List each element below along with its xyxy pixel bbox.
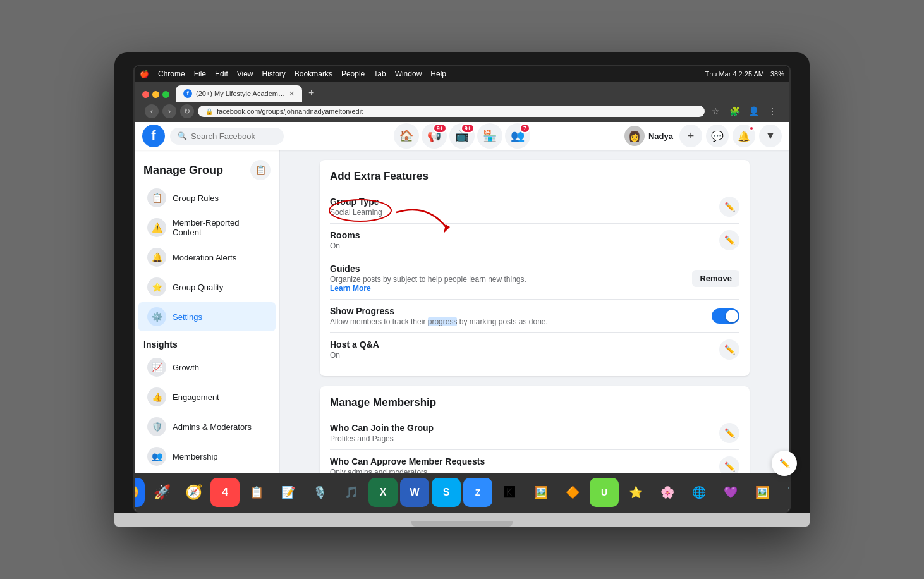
apple-menu[interactable]: 🍎 [140,70,149,78]
dock-unknown2[interactable]: 🔶 [558,478,587,507]
dock-word[interactable]: W [400,478,429,507]
profile-btn[interactable]: 👤 [746,104,760,118]
bookmark-btn[interactable]: ☆ [708,104,722,118]
avatar: 👩 [624,126,645,146]
notifications-btn[interactable]: 🔔 [733,125,755,147]
group-type-label: Group Type [330,197,719,207]
menu-tab[interactable]: Tab [374,70,386,78]
dock-photos[interactable]: 🖼️ [748,478,777,507]
menu-history[interactable]: History [262,70,286,78]
search-input[interactable] [191,131,276,141]
dock-trash[interactable]: 🗑️ [779,478,791,507]
app-name[interactable]: Chrome [158,70,185,78]
settings-icon: ⚙️ [147,307,166,326]
dock-k[interactable]: 🅺 [495,478,524,507]
member-reported-label: Member-Reported Content [173,218,267,237]
dock-safari[interactable]: 🧭 [179,478,208,507]
fb-search-bar[interactable]: 🔍 [170,128,284,145]
sidebar-item-membership[interactable]: 👥 Membership [138,442,276,471]
show-progress-row: Show Progress Allow members to track the… [330,300,739,333]
back-btn[interactable]: ‹ [145,104,159,118]
host-qa-edit-btn[interactable]: ✏️ [719,339,739,360]
dock-launchpad[interactable]: 🚀 [147,478,176,507]
sidebar-item-growth[interactable]: 📈 Growth [138,353,276,382]
dock-podcasts[interactable]: 🎙️ [305,478,334,507]
guides-remove-btn[interactable]: Remove [692,270,739,287]
who-approve-edit-btn[interactable]: ✏️ [719,456,739,473]
show-progress-label: Show Progress [330,306,712,316]
screen: 🍎 Chrome File Edit View History Bookmark… [133,65,791,513]
dock-chrome[interactable]: 🌐 [684,478,714,507]
menu-help[interactable]: Help [430,70,446,78]
messenger-btn[interactable]: 💬 [706,125,729,147]
account-menu-btn[interactable]: ▼ [759,125,782,147]
address-bar[interactable]: 🔒 facebook.com/groups/johnandnadyamelton… [198,106,705,117]
new-tab-btn[interactable]: + [303,88,319,102]
browser-tab[interactable]: f (20+) My Lifestyle Academy M... ✕ [176,85,302,102]
dock-zoom[interactable]: Z [463,478,492,507]
sidebar-item-admins[interactable]: 🛡️ Admins & Moderators [138,412,276,441]
rooms-edit-btn[interactable]: ✏️ [719,230,739,250]
fb-main-layout: Manage Group 📋 📋 Group Rules ⚠️ Member-R… [135,150,789,473]
menu-window[interactable]: Window [395,70,422,78]
menu-file[interactable]: File [194,70,206,78]
dock-calendar[interactable]: 4 [210,478,240,507]
toggle-knob [726,310,738,322]
who-join-edit-btn[interactable]: ✏️ [719,423,739,443]
dock-reminders[interactable]: 📋 [242,478,271,507]
menu-bookmarks[interactable]: Bookmarks [295,70,332,78]
nav-home-btn[interactable]: 🏠 [394,123,419,149]
menu-view[interactable]: View [237,70,253,78]
sidebar-item-moderation[interactable]: 🔔 Moderation Alerts [138,243,276,272]
floating-edit-btn[interactable]: ✏️ [772,451,789,473]
who-approve-value: Only admins and moderators [330,468,719,473]
close-window-btn[interactable] [142,91,149,98]
extensions-btn[interactable]: 🧩 [727,104,741,118]
dock-messenger[interactable]: 💜 [716,478,745,507]
tab-close-btn[interactable]: ✕ [289,90,295,98]
group-rules-label: Group Rules [173,193,219,203]
dock-unknown1[interactable]: 🖼️ [526,478,556,507]
dock-upwork[interactable]: U [590,478,619,507]
host-qa-label: Host a Q&A [330,339,719,350]
menu-people[interactable]: People [341,70,365,78]
dock-finder[interactable]: 😊 [133,478,145,507]
dock-star[interactable]: ⭐ [621,478,650,507]
minimize-window-btn[interactable] [152,91,159,98]
maximize-window-btn[interactable] [162,91,169,98]
membership-icon: 👥 [147,447,166,466]
add-btn[interactable]: + [679,125,702,147]
engagement-icon: 👍 [147,387,166,406]
guides-label: Guides [330,264,692,274]
menu-edit[interactable]: Edit [215,70,228,78]
dock-excel[interactable]: X [368,478,398,507]
sidebar-item-group-rules[interactable]: 📋 Group Rules [138,183,276,212]
dock-spotify[interactable]: 🎵 [337,478,366,507]
dock-skype[interactable]: S [432,478,461,507]
rooms-value: On [330,241,719,250]
dock-notes[interactable]: 📝 [274,478,303,507]
group-type-edit-btn[interactable]: ✏️ [719,197,739,217]
reload-btn[interactable]: ↻ [180,104,194,118]
sidebar-item-member-reported[interactable]: ⚠️ Member-Reported Content [138,213,276,242]
nav-groups-btn[interactable]: 👥 7 [505,123,530,149]
guides-learn-more-link[interactable]: Learn More [330,284,371,293]
nav-video-btn[interactable]: 📺 9+ [449,123,475,149]
dock-app1[interactable]: 🌸 [653,478,682,507]
forward-btn[interactable]: › [162,104,176,118]
search-icon: 🔍 [178,131,187,140]
sidebar-item-quality[interactable]: ⭐ Group Quality [138,272,276,302]
fb-page-content: Add Extra Features Group Type Social Lea… [280,150,789,473]
host-qa-row: Host a Q&A On ✏️ [330,333,739,366]
sidebar-item-engagement[interactable]: 👍 Engagement [138,382,276,411]
nav-messenger-btn[interactable]: 📢 9+ [422,123,447,149]
sidebar-header-icon[interactable]: 📋 [250,160,271,180]
rooms-label: Rooms [330,230,719,240]
sidebar-item-settings[interactable]: ⚙️ Settings [138,302,276,331]
admins-icon: 🛡️ [147,417,166,436]
video-badge: 9+ [461,123,475,133]
menu-btn[interactable]: ⋮ [765,104,779,118]
show-progress-toggle[interactable] [712,308,739,324]
nav-store-btn[interactable]: 🏪 [477,123,502,149]
fb-user-btn[interactable]: 👩 Nadya [622,126,676,146]
